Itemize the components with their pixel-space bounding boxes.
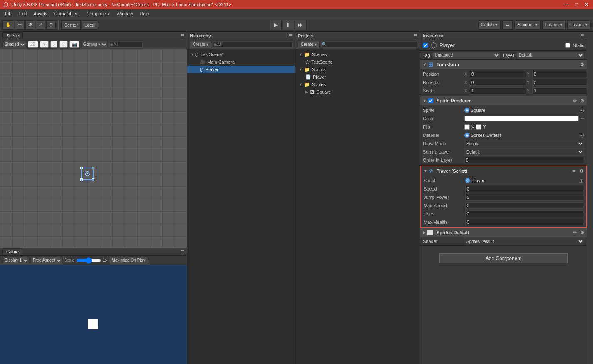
layer-select[interactable]: Default <box>517 52 584 59</box>
sprite-renderer-header[interactable]: ▼ Sprite Renderer ✏ ⚙ <box>420 96 587 105</box>
static-checkbox[interactable] <box>565 43 570 48</box>
rot-x-input[interactable] <box>470 79 526 86</box>
hierarchy-main-camera[interactable]: 🎥 Main Camera <box>187 58 295 66</box>
sprite-picker-icon[interactable]: ◎ <box>580 108 584 113</box>
sr-edit-icon[interactable]: ✏ <box>573 98 577 104</box>
scene-light-toggle[interactable]: ☀ <box>40 41 49 48</box>
shader-select[interactable]: Sprites/Default <box>464 238 584 245</box>
scene-camera-toggle[interactable]: 📷 <box>69 41 79 48</box>
ps-settings-icon[interactable]: ⚙ <box>579 168 583 174</box>
add-component-button[interactable]: Add Component <box>439 253 567 263</box>
color-swatch[interactable] <box>464 116 579 121</box>
hierarchy-player[interactable]: ⬡ Player <box>187 66 295 73</box>
pos-x-input[interactable] <box>470 71 526 77</box>
pos-y-input[interactable] <box>532 71 587 77</box>
project-square[interactable]: ▶ 🖼 Square <box>295 88 420 96</box>
display-select[interactable]: Display 1 <box>2 257 29 264</box>
scene-search[interactable] <box>109 41 143 48</box>
scene-fx-toggle[interactable]: ⬡ <box>59 41 68 48</box>
scene-tab-options[interactable]: ☰ <box>181 33 184 38</box>
scene-audio-toggle[interactable]: ♪ <box>50 41 57 48</box>
step-button[interactable]: ⏭ <box>295 20 307 30</box>
close-button[interactable]: ✕ <box>583 1 590 8</box>
hierarchy-testscene[interactable]: ▼ ⬡ TestScene* <box>187 51 295 58</box>
layout-button[interactable]: Layout ▾ <box>567 20 591 30</box>
sd-edit-icon[interactable]: ✏ <box>573 230 577 235</box>
play-button[interactable]: ▶ <box>270 20 282 30</box>
player-object-scene[interactable] <box>81 168 94 180</box>
flip-y-checkbox[interactable] <box>476 124 481 130</box>
sr-settings-icon[interactable]: ⚙ <box>580 98 584 104</box>
sprites-default-header[interactable]: ▶ Sprites-Default ✏ ⚙ <box>420 228 587 237</box>
jump-power-input[interactable] <box>465 194 583 201</box>
eyedropper-icon[interactable]: ✏ <box>581 116 584 121</box>
rotate-tool-button[interactable]: ↺ <box>25 20 35 30</box>
project-player-script[interactable]: 📄 Player <box>295 73 420 81</box>
transform-settings-icon[interactable]: ⚙ <box>580 62 584 67</box>
rot-y-input[interactable] <box>532 79 587 86</box>
add-component-label: Add Component <box>486 255 522 261</box>
draw-mode-select[interactable]: Simple <box>464 140 584 147</box>
sprite-renderer-active[interactable] <box>428 98 433 103</box>
project-search[interactable] <box>321 41 417 48</box>
speed-input[interactable] <box>465 186 583 192</box>
rect-tool-button[interactable]: ⊡ <box>46 20 56 30</box>
pause-button[interactable]: ⏸ <box>283 20 294 30</box>
local-button[interactable]: Local <box>82 20 98 30</box>
game-tab-options[interactable]: ☰ <box>181 250 184 254</box>
center-button[interactable]: Center <box>61 20 81 30</box>
layers-button[interactable]: Layers ▾ <box>542 20 566 30</box>
scale-tool-button[interactable]: ⤢ <box>36 20 45 30</box>
project-sprites-folder[interactable]: ▼ 📁 Sprites <box>295 81 420 88</box>
hierarchy-menu-icon[interactable]: ☰ <box>289 33 293 38</box>
scale-y-input[interactable] <box>532 87 587 94</box>
menu-file[interactable]: File <box>2 10 16 17</box>
project-scenes-folder[interactable]: ▼ 📁 Scenes <box>295 51 420 58</box>
max-health-input[interactable] <box>465 219 583 225</box>
lives-input[interactable] <box>465 210 583 217</box>
move-tool-button[interactable]: ✛ <box>15 20 25 30</box>
material-picker-icon[interactable]: ◎ <box>580 133 584 138</box>
account-button[interactable]: Account ▾ <box>514 20 541 30</box>
menu-component[interactable]: Component <box>83 10 113 17</box>
menu-help[interactable]: Help <box>136 10 152 17</box>
flip-x-checkbox[interactable] <box>464 124 470 130</box>
menu-assets[interactable]: Assets <box>30 10 51 17</box>
project-create-button[interactable]: Create ▾ <box>298 41 320 48</box>
inspector-menu-icon[interactable]: ☰ <box>581 33 584 38</box>
menu-edit[interactable]: Edit <box>16 10 30 17</box>
tag-select[interactable]: Untagged <box>433 52 500 59</box>
cloud-button[interactable]: ☁ <box>502 20 513 30</box>
maximize-on-play-button[interactable]: Maximize On Play <box>109 257 149 264</box>
shading-select[interactable]: Shaded <box>2 41 26 48</box>
minimize-button[interactable]: — <box>563 1 570 8</box>
project-menu-icon[interactable]: ☰ <box>414 33 417 38</box>
menu-window[interactable]: Window <box>113 10 136 17</box>
hierarchy-create-button[interactable]: Create ▾ <box>190 41 211 48</box>
hand-tool-button[interactable]: ✋ <box>2 20 14 30</box>
collab-button[interactable]: Collab ▾ <box>478 20 501 30</box>
sd-settings-icon[interactable]: ⚙ <box>580 230 584 235</box>
scale-x-input[interactable] <box>470 87 526 94</box>
max-speed-input[interactable] <box>465 202 583 209</box>
2d-toggle[interactable]: 2D <box>28 41 38 48</box>
transform-header[interactable]: ▼ ⊞ Transform ⚙ <box>420 60 587 69</box>
order-in-layer-input[interactable] <box>464 157 584 163</box>
project-testscene[interactable]: ⬡ TestScene <box>295 58 420 66</box>
game-tab[interactable]: Game <box>2 248 22 255</box>
object-active-checkbox[interactable] <box>423 43 428 48</box>
scene-tab[interactable]: Scene <box>2 32 23 39</box>
sorting-layer-select[interactable]: Default <box>464 148 584 156</box>
maximize-button[interactable]: □ <box>573 1 580 8</box>
scene-view[interactable] <box>0 49 187 248</box>
player-script-header[interactable]: ▼ © Player (Script) ✏ ⚙ <box>421 166 586 176</box>
scale-slider[interactable] <box>76 258 101 263</box>
script-picker-icon[interactable]: ◎ <box>579 178 583 183</box>
project-scripts-folder[interactable]: ▼ 📁 Scripts <box>295 66 420 73</box>
object-name-field[interactable] <box>439 42 563 48</box>
menu-gameobject[interactable]: GameObject <box>51 10 83 17</box>
aspect-select[interactable]: Free Aspect <box>31 257 62 264</box>
hierarchy-search[interactable] <box>213 41 293 48</box>
gizmos-select[interactable]: Gizmos ▾ <box>81 41 108 48</box>
ps-edit-icon[interactable]: ✏ <box>572 168 576 174</box>
